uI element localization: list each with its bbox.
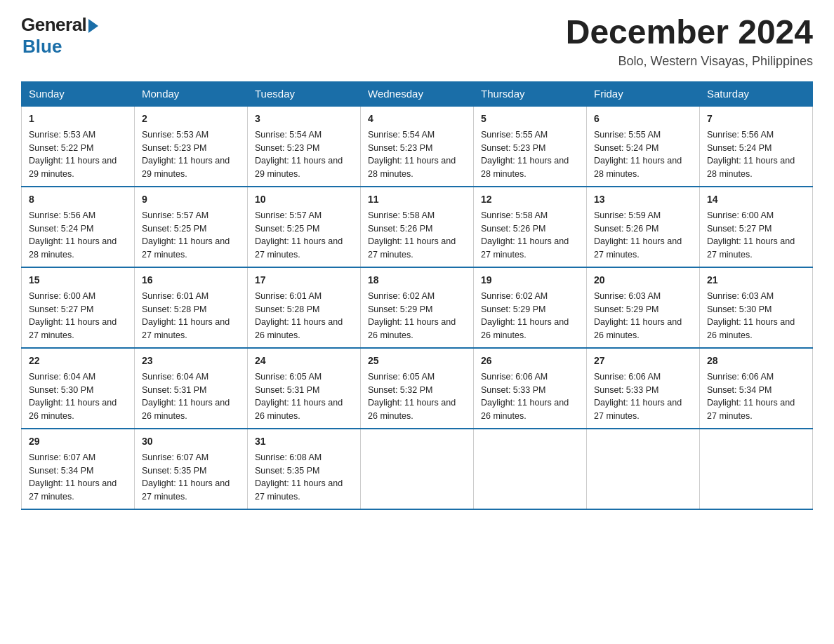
calendar-cell: 9Sunrise: 5:57 AMSunset: 5:25 PMDaylight… xyxy=(135,187,248,267)
calendar-cell: 3Sunrise: 5:54 AMSunset: 5:23 PMDaylight… xyxy=(248,106,361,187)
day-number: 16 xyxy=(142,273,240,288)
calendar-cell: 23Sunrise: 6:04 AMSunset: 5:31 PMDayligh… xyxy=(135,348,248,429)
calendar-cell xyxy=(361,429,474,509)
calendar-week-4: 22Sunrise: 6:04 AMSunset: 5:30 PMDayligh… xyxy=(22,348,813,429)
day-number: 29 xyxy=(29,434,127,449)
day-number: 10 xyxy=(255,192,353,207)
day-number: 18 xyxy=(368,273,466,288)
calendar-cell: 30Sunrise: 6:07 AMSunset: 5:35 PMDayligh… xyxy=(135,429,248,509)
day-number: 25 xyxy=(368,354,466,368)
location-text: Bolo, Western Visayas, Philippines xyxy=(566,54,813,69)
calendar-cell: 17Sunrise: 6:01 AMSunset: 5:28 PMDayligh… xyxy=(248,267,361,348)
logo-arrow-icon xyxy=(88,19,98,33)
calendar-cell: 4Sunrise: 5:54 AMSunset: 5:23 PMDaylight… xyxy=(361,106,474,187)
day-number: 4 xyxy=(368,112,466,126)
calendar-cell: 12Sunrise: 5:58 AMSunset: 5:26 PMDayligh… xyxy=(474,187,587,267)
day-number: 2 xyxy=(142,112,240,126)
day-number: 7 xyxy=(707,112,805,126)
day-number: 23 xyxy=(142,354,240,368)
day-number: 6 xyxy=(594,112,692,126)
calendar-cell: 26Sunrise: 6:06 AMSunset: 5:33 PMDayligh… xyxy=(474,348,587,429)
logo-general-text: General xyxy=(21,14,86,36)
day-number: 5 xyxy=(481,112,579,126)
day-number: 21 xyxy=(707,273,805,288)
header-friday: Friday xyxy=(587,81,700,106)
day-number: 11 xyxy=(368,192,466,207)
calendar-table: SundayMondayTuesdayWednesdayThursdayFrid… xyxy=(21,81,813,510)
calendar-cell: 13Sunrise: 5:59 AMSunset: 5:26 PMDayligh… xyxy=(587,187,700,267)
day-number: 14 xyxy=(707,192,805,207)
day-number: 13 xyxy=(594,192,692,207)
calendar-cell: 14Sunrise: 6:00 AMSunset: 5:27 PMDayligh… xyxy=(700,187,813,267)
day-number: 27 xyxy=(594,354,692,368)
calendar-cell: 10Sunrise: 5:57 AMSunset: 5:25 PMDayligh… xyxy=(248,187,361,267)
calendar-cell xyxy=(587,429,700,509)
day-number: 30 xyxy=(142,434,240,449)
day-number: 22 xyxy=(29,354,127,368)
calendar-cell: 5Sunrise: 5:55 AMSunset: 5:23 PMDaylight… xyxy=(474,106,587,187)
header-tuesday: Tuesday xyxy=(248,81,361,106)
header-monday: Monday xyxy=(135,81,248,106)
calendar-cell: 8Sunrise: 5:56 AMSunset: 5:24 PMDaylight… xyxy=(22,187,135,267)
day-number: 12 xyxy=(481,192,579,207)
day-number: 19 xyxy=(481,273,579,288)
day-number: 17 xyxy=(255,273,353,288)
page-header: General Blue December 2024 Bolo, Western… xyxy=(21,14,813,69)
header-sunday: Sunday xyxy=(22,81,135,106)
calendar-week-1: 1Sunrise: 5:53 AMSunset: 5:22 PMDaylight… xyxy=(22,106,813,187)
day-number: 3 xyxy=(255,112,353,126)
calendar-cell: 15Sunrise: 6:00 AMSunset: 5:27 PMDayligh… xyxy=(22,267,135,348)
logo: General Blue xyxy=(21,14,98,58)
calendar-cell: 16Sunrise: 6:01 AMSunset: 5:28 PMDayligh… xyxy=(135,267,248,348)
header-wednesday: Wednesday xyxy=(361,81,474,106)
calendar-week-2: 8Sunrise: 5:56 AMSunset: 5:24 PMDaylight… xyxy=(22,187,813,267)
header-saturday: Saturday xyxy=(700,81,813,106)
title-block: December 2024 Bolo, Western Visayas, Phi… xyxy=(566,14,813,69)
month-title: December 2024 xyxy=(566,14,813,51)
day-number: 1 xyxy=(29,112,127,126)
calendar-cell xyxy=(474,429,587,509)
calendar-cell: 25Sunrise: 6:05 AMSunset: 5:32 PMDayligh… xyxy=(361,348,474,429)
calendar-header-row: SundayMondayTuesdayWednesdayThursdayFrid… xyxy=(22,81,813,106)
calendar-cell: 27Sunrise: 6:06 AMSunset: 5:33 PMDayligh… xyxy=(587,348,700,429)
calendar-cell: 19Sunrise: 6:02 AMSunset: 5:29 PMDayligh… xyxy=(474,267,587,348)
calendar-cell: 1Sunrise: 5:53 AMSunset: 5:22 PMDaylight… xyxy=(22,106,135,187)
calendar-cell: 6Sunrise: 5:55 AMSunset: 5:24 PMDaylight… xyxy=(587,106,700,187)
header-thursday: Thursday xyxy=(474,81,587,106)
day-number: 20 xyxy=(594,273,692,288)
day-number: 31 xyxy=(255,434,353,449)
calendar-cell: 18Sunrise: 6:02 AMSunset: 5:29 PMDayligh… xyxy=(361,267,474,348)
calendar-week-3: 15Sunrise: 6:00 AMSunset: 5:27 PMDayligh… xyxy=(22,267,813,348)
day-number: 8 xyxy=(29,192,127,207)
day-number: 28 xyxy=(707,354,805,368)
calendar-cell: 2Sunrise: 5:53 AMSunset: 5:23 PMDaylight… xyxy=(135,106,248,187)
calendar-cell: 11Sunrise: 5:58 AMSunset: 5:26 PMDayligh… xyxy=(361,187,474,267)
day-number: 15 xyxy=(29,273,127,288)
logo-blue-text: Blue xyxy=(22,36,62,58)
calendar-cell: 31Sunrise: 6:08 AMSunset: 5:35 PMDayligh… xyxy=(248,429,361,509)
calendar-cell: 7Sunrise: 5:56 AMSunset: 5:24 PMDaylight… xyxy=(700,106,813,187)
calendar-cell: 24Sunrise: 6:05 AMSunset: 5:31 PMDayligh… xyxy=(248,348,361,429)
calendar-week-5: 29Sunrise: 6:07 AMSunset: 5:34 PMDayligh… xyxy=(22,429,813,509)
calendar-cell xyxy=(700,429,813,509)
calendar-cell: 29Sunrise: 6:07 AMSunset: 5:34 PMDayligh… xyxy=(22,429,135,509)
calendar-cell: 28Sunrise: 6:06 AMSunset: 5:34 PMDayligh… xyxy=(700,348,813,429)
calendar-cell: 22Sunrise: 6:04 AMSunset: 5:30 PMDayligh… xyxy=(22,348,135,429)
day-number: 24 xyxy=(255,354,353,368)
day-number: 26 xyxy=(481,354,579,368)
day-number: 9 xyxy=(142,192,240,207)
calendar-cell: 20Sunrise: 6:03 AMSunset: 5:29 PMDayligh… xyxy=(587,267,700,348)
calendar-cell: 21Sunrise: 6:03 AMSunset: 5:30 PMDayligh… xyxy=(700,267,813,348)
